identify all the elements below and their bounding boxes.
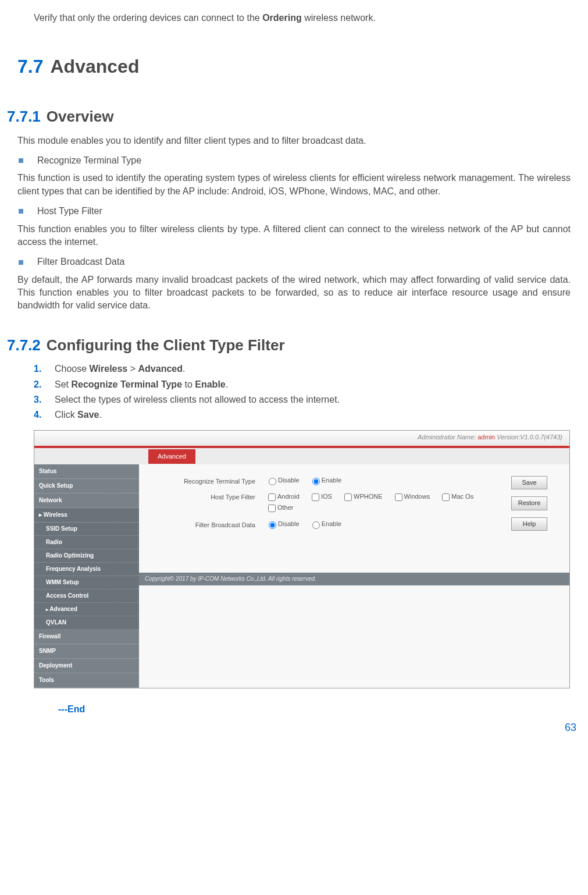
- bullet-host-filter: Host Type Filter: [17, 205, 571, 218]
- overview-p1: This module enables you to identify and …: [17, 134, 571, 147]
- bullet-label: Filter Broadcast Data: [37, 255, 124, 268]
- step-4: 4. Click Save.: [34, 409, 571, 421]
- cb-wphone[interactable]: WPHONE: [342, 492, 383, 503]
- ss-main: Advanced Recognize Terminal Type Disable…: [139, 448, 569, 688]
- nav-frequency-analysis[interactable]: Frequency Analysis: [34, 563, 139, 576]
- ss-admin-label: Administrator Name:: [418, 434, 476, 441]
- router-screenshot: Administrator Name: admin Version:V1.0.0…: [34, 430, 570, 688]
- nav-deployment[interactable]: Deployment: [34, 659, 139, 673]
- nav-ssid-setup[interactable]: SSID Setup: [34, 523, 139, 536]
- row-filter-broadcast: Filter Broadcast Data Disable Enable: [151, 520, 505, 530]
- step-num: 2.: [34, 378, 44, 391]
- nav-advanced[interactable]: Advanced: [34, 603, 139, 616]
- heading-7-7-title: Advanced: [50, 56, 139, 77]
- verify-line: Verify that only the ordering devices ca…: [34, 12, 571, 24]
- steps-list: 1. Choose Wireless > Advanced. 2. Set Re…: [17, 363, 571, 422]
- row-host-type-filter: Host Type Filter Android IOS WPHONE Wind…: [151, 492, 505, 514]
- nav-radio-optimizing[interactable]: Radio Optimizing: [34, 549, 139, 563]
- heading-7-7-1-title: Overview: [47, 108, 114, 125]
- nav-wmm-setup[interactable]: WMM Setup: [34, 576, 139, 589]
- overview-p4: By default, the AP forwards many invalid…: [17, 274, 571, 312]
- step-text: Set Recognize Terminal Type to Enable.: [55, 378, 228, 391]
- heading-7-7-num: 7.7: [17, 56, 43, 77]
- help-button[interactable]: Help: [511, 517, 547, 531]
- cb-macos[interactable]: Mac Os: [440, 492, 473, 503]
- heading-7-7-1: 7.7.1Overview: [7, 106, 571, 127]
- cb-other[interactable]: Other: [266, 503, 294, 514]
- radio-broadcast-enable[interactable]: Enable: [309, 520, 341, 529]
- cb-ios[interactable]: IOS: [309, 492, 332, 503]
- label-broadcast: Filter Broadcast Data: [151, 520, 266, 530]
- verify-prefix: Verify that only the ordering devices ca…: [34, 13, 262, 23]
- save-button[interactable]: Save: [511, 476, 547, 489]
- heading-7-7-1-num: 7.7.1: [7, 108, 41, 125]
- ss-form: Recognize Terminal Type Disable Enable H…: [151, 476, 505, 538]
- bullet-label: Host Type Filter: [37, 205, 102, 218]
- nav-wireless[interactable]: ▸ Wireless: [34, 508, 139, 523]
- bullet-icon: [19, 260, 23, 265]
- nav-network[interactable]: Network: [34, 493, 139, 508]
- bullet-broadcast: Filter Broadcast Data: [17, 255, 571, 268]
- tab-advanced[interactable]: Advanced: [148, 449, 195, 464]
- row-recognize-terminal: Recognize Terminal Type Disable Enable: [151, 476, 505, 486]
- radio-disable[interactable]: Disable: [266, 476, 300, 485]
- nav-snmp[interactable]: SNMP: [34, 644, 139, 659]
- ss-admin-name: admin: [477, 434, 495, 441]
- nav-quick-setup[interactable]: Quick Setup: [34, 479, 139, 493]
- restore-button[interactable]: Restore: [511, 496, 547, 510]
- ss-version: Version:V1.0.0.7(4743): [497, 434, 562, 441]
- cb-android[interactable]: Android: [266, 492, 300, 503]
- radio-broadcast-disable[interactable]: Disable: [266, 520, 300, 529]
- nav-tools[interactable]: Tools: [34, 673, 139, 688]
- heading-7-7-2: 7.7.2Configuring the Client Type Filter: [7, 335, 571, 356]
- verify-suffix: wireless network.: [302, 13, 376, 23]
- step-text: Click Save.: [55, 409, 102, 421]
- ss-sidebar: Status Quick Setup Network ▸ Wireless SS…: [34, 448, 139, 688]
- nav-access-control[interactable]: Access Control: [34, 589, 139, 603]
- nav-status[interactable]: Status: [34, 464, 139, 479]
- ss-buttons: Save Restore Help: [505, 476, 558, 538]
- radio-enable[interactable]: Enable: [309, 476, 341, 485]
- cb-windows[interactable]: Windows: [393, 492, 430, 503]
- overview-p3: This function enables you to filter wire…: [17, 223, 571, 249]
- ss-topbar: Administrator Name: admin Version:V1.0.0…: [34, 431, 569, 446]
- controls-recognize: Disable Enable: [266, 476, 505, 485]
- nav-qvlan[interactable]: QVLAN: [34, 616, 139, 630]
- label-recognize: Recognize Terminal Type: [151, 476, 266, 486]
- ss-footer: Copyright© 2017 by IP-COM Networks Co.,L…: [139, 573, 569, 585]
- ss-body: Status Quick Setup Network ▸ Wireless SS…: [34, 448, 569, 688]
- label-host-filter: Host Type Filter: [151, 492, 266, 502]
- heading-7-7-2-num: 7.7.2: [7, 336, 41, 354]
- page-number: 63: [17, 720, 576, 735]
- step-2: 2. Set Recognize Terminal Type to Enable…: [34, 378, 571, 391]
- nav-radio[interactable]: Radio: [34, 536, 139, 549]
- controls-broadcast: Disable Enable: [266, 520, 505, 529]
- ss-content: Recognize Terminal Type Disable Enable H…: [139, 464, 569, 573]
- step-text: Choose Wireless > Advanced.: [55, 363, 185, 375]
- step-num: 1.: [34, 363, 44, 375]
- overview-p2: This function is used to identify the op…: [17, 172, 571, 198]
- step-text: Select the types of wireless clients not…: [55, 393, 340, 406]
- ss-sidebar-spacer: [34, 448, 139, 464]
- bullet-label: Recognize Terminal Type: [37, 154, 141, 167]
- step-num: 4.: [34, 409, 44, 421]
- bullet-recognize: Recognize Terminal Type: [17, 154, 571, 167]
- nav-firewall[interactable]: Firewall: [34, 630, 139, 644]
- bullet-icon: [19, 158, 23, 163]
- controls-host-filter: Android IOS WPHONE Windows Mac Os Other: [266, 492, 505, 514]
- heading-7-7-2-title: Configuring the Client Type Filter: [47, 336, 285, 354]
- heading-7-7: 7.7Advanced: [17, 54, 571, 80]
- step-num: 3.: [34, 393, 44, 406]
- ss-tab-bar: Advanced: [139, 448, 569, 464]
- step-3: 3. Select the types of wireless clients …: [34, 393, 571, 406]
- step-1: 1. Choose Wireless > Advanced.: [34, 363, 571, 375]
- verify-bold: Ordering: [262, 13, 302, 23]
- end-marker: ---End: [58, 703, 571, 716]
- bullet-icon: [19, 209, 23, 214]
